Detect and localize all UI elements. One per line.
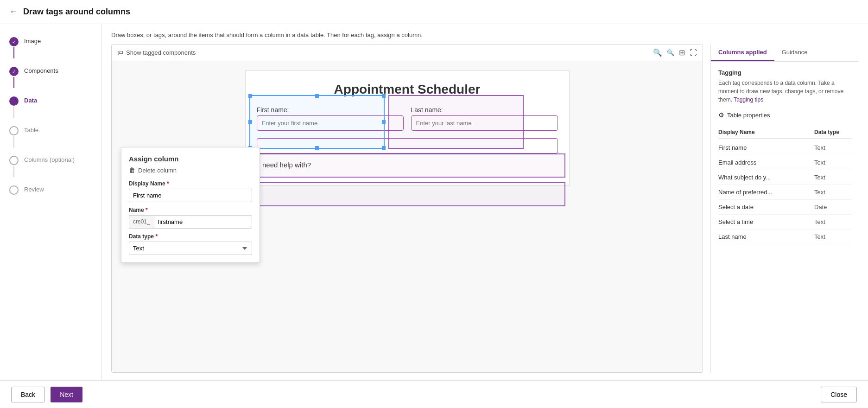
back-icon[interactable]: ←: [9, 7, 18, 17]
footer-left: Back Next: [11, 387, 82, 402]
col-type-val: Date: [814, 204, 851, 210]
col-header-data-type: Data type: [814, 129, 851, 135]
name-required: *: [146, 207, 148, 213]
col-type-val: Text: [814, 189, 851, 196]
sidebar-label-components: Components: [24, 67, 58, 74]
tagging-section: Tagging Each tag corresponds to a data c…: [718, 69, 851, 104]
corner-handle[interactable]: [382, 146, 386, 150]
step-circle-review: [9, 185, 19, 195]
fit-view-icon[interactable]: ⊞: [679, 48, 685, 57]
expand-icon[interactable]: ⛶: [690, 49, 697, 57]
corner-handle[interactable]: [382, 120, 386, 124]
sidebar-item-columns[interactable]: Columns (optional): [0, 152, 101, 182]
tab-columns-applied[interactable]: Columns applied: [711, 44, 774, 61]
step-indicator-table: [9, 126, 19, 148]
zoom-in-icon[interactable]: 🔍: [653, 48, 662, 57]
canvas-toolbar: 🏷 Show tagged components 🔍 🔍 ⊞ ⛶: [112, 45, 703, 61]
tag-email[interactable]: [249, 153, 565, 178]
step-circle-table: [9, 126, 19, 135]
delete-column-button[interactable]: 🗑 Delete column: [129, 166, 252, 174]
display-name-required: *: [167, 180, 169, 187]
close-button[interactable]: Close: [821, 387, 857, 402]
corner-handle[interactable]: [382, 94, 386, 98]
name-field-row: cre01_: [129, 215, 252, 229]
data-type-required: *: [155, 233, 158, 240]
name-suffix-input[interactable]: [154, 215, 252, 229]
step-indicator-review: [9, 185, 19, 195]
table-row: First name Text: [718, 140, 851, 155]
sidebar-item-components[interactable]: ✓ Components: [0, 63, 101, 93]
name-prefix: cre01_: [129, 215, 154, 229]
table-row: Select a date Date: [718, 200, 851, 215]
tag-first-name[interactable]: [249, 95, 385, 149]
step-connector-components: [13, 77, 14, 88]
table-properties-label: Table properties: [727, 112, 770, 119]
col-type-val: Text: [814, 174, 851, 181]
display-name-input[interactable]: [129, 189, 252, 202]
col-name-val: Select a time: [718, 218, 814, 225]
name-field-label: Name *: [129, 207, 252, 213]
step-connector-columns: [13, 166, 14, 177]
sidebar-item-table[interactable]: Table: [0, 122, 101, 152]
col-name-val: What subject do y...: [718, 174, 814, 181]
table-row: What subject do y... Text: [718, 170, 851, 185]
zoom-out-icon[interactable]: 🔍: [667, 49, 674, 56]
data-type-label: Data type *: [129, 233, 252, 240]
table-properties-button[interactable]: ⚙ Table properties: [718, 111, 851, 119]
header: ← Draw tags around columns: [0, 0, 868, 24]
tag-icon: 🏷: [117, 49, 123, 56]
corner-handle[interactable]: [315, 146, 319, 150]
sidebar-item-data[interactable]: Data: [0, 93, 101, 122]
page-title: Draw tags around columns: [23, 7, 130, 17]
tagging-description: Each tag corresponds to a data column. T…: [718, 79, 851, 104]
step-indicator-data: [9, 96, 19, 119]
canvas-content[interactable]: Appointment Scheduler: [112, 61, 703, 372]
col-type-val: Text: [814, 218, 851, 225]
sidebar-item-image[interactable]: ✓ Image: [0, 33, 101, 63]
right-panel-tabs: Columns applied Guidance: [711, 44, 859, 62]
step-connector-table: [13, 136, 14, 147]
tagging-tips-link[interactable]: Tagging tips: [734, 96, 763, 103]
next-button[interactable]: Next: [51, 387, 82, 402]
col-name-val: Select a date: [718, 204, 814, 210]
sidebar-item-review[interactable]: Review: [0, 182, 101, 198]
table-row: Email address Text: [718, 155, 851, 170]
main-layout: ✓ Image ✓ Components Data: [0, 24, 868, 380]
table-row: Last name Text: [718, 230, 851, 244]
assign-column-popup: Assign column 🗑 Delete column Display Na…: [121, 147, 260, 263]
sidebar: ✓ Image ✓ Components Data: [0, 24, 102, 380]
gear-icon: ⚙: [718, 111, 724, 119]
footer: Back Next Close: [0, 380, 868, 408]
show-tagged-components-btn[interactable]: 🏷 Show tagged components: [117, 49, 196, 56]
corner-handle[interactable]: [248, 94, 252, 98]
corner-handle[interactable]: [315, 94, 319, 98]
data-type-select[interactable]: Text Date Number: [129, 242, 252, 255]
corner-handle[interactable]: [248, 120, 252, 124]
sidebar-label-columns: Columns (optional): [24, 156, 75, 163]
tab-guidance[interactable]: Guidance: [774, 44, 815, 61]
step-circle-columns: [9, 156, 19, 165]
tag-subject[interactable]: [249, 182, 565, 206]
col-type-val: Text: [814, 144, 851, 151]
step-indicator-image: ✓: [9, 37, 19, 59]
col-name-val: Last name: [718, 233, 814, 240]
step-circle-components: ✓: [9, 67, 19, 76]
canvas-wrapper: 🏷 Show tagged components 🔍 🔍 ⊞ ⛶ Appoint…: [111, 44, 859, 373]
canvas-toolbar-right: 🔍 🔍 ⊞ ⛶: [653, 48, 697, 57]
display-name-label: Display Name *: [129, 180, 252, 187]
col-header-display-name: Display Name: [718, 129, 814, 135]
tagging-title: Tagging: [718, 69, 851, 76]
form-preview: Appointment Scheduler: [245, 70, 570, 186]
tag-last-name[interactable]: [388, 95, 524, 149]
col-type-val: Text: [814, 159, 851, 166]
content-description: Draw boxes, or tags, around the items th…: [111, 32, 859, 38]
step-circle-data: [9, 96, 19, 106]
table-row: Select a time Text: [718, 215, 851, 230]
table-row: Name of preferred... Text: [718, 185, 851, 200]
back-button[interactable]: Back: [11, 387, 45, 402]
columns-table: Display Name Data type First name Text E…: [718, 126, 851, 244]
right-panel-content: Tagging Each tag corresponds to a data c…: [711, 62, 859, 373]
sidebar-label-review: Review: [24, 186, 44, 193]
col-name-val: Email address: [718, 159, 814, 166]
content-area: Draw boxes, or tags, around the items th…: [102, 24, 868, 380]
